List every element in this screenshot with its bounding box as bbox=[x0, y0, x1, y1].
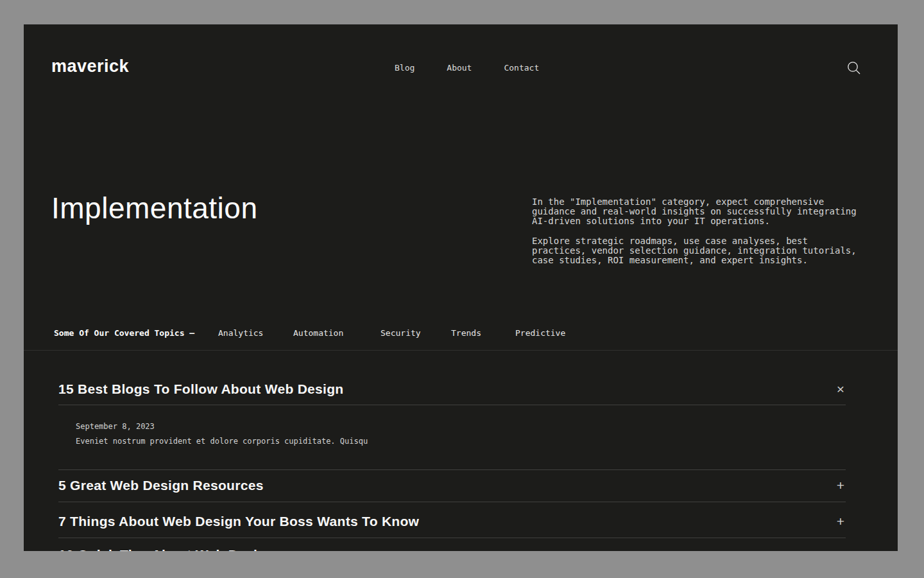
divider bbox=[58, 538, 846, 538]
post-title[interactable]: 7 Things About Web Design Your Boss Want… bbox=[58, 514, 419, 529]
nav-item-blog[interactable]: Blog bbox=[395, 63, 415, 73]
category-description-paragraph: Explore strategic roadmaps, use case ana… bbox=[532, 236, 866, 266]
nav-item-contact[interactable]: Contact bbox=[504, 63, 539, 73]
covered-topics-bar: Some Of Our Covered Topics – Analytics A… bbox=[24, 328, 898, 342]
accordion-item-header[interactable]: 10 Quick Tips About Web Design + bbox=[58, 547, 846, 551]
close-icon[interactable]: × bbox=[837, 383, 846, 396]
plus-icon[interactable]: + bbox=[837, 548, 846, 551]
accordion-item-header[interactable]: 7 Things About Web Design Your Boss Want… bbox=[58, 513, 846, 530]
topic-security[interactable]: Security bbox=[381, 328, 421, 338]
topic-predictive[interactable]: Predictive bbox=[515, 328, 565, 338]
post-title[interactable]: 15 Best Blogs To Follow About Web Design bbox=[58, 381, 343, 397]
topic-analytics[interactable]: Analytics bbox=[218, 328, 263, 338]
topic-automation[interactable]: Automation bbox=[293, 328, 343, 338]
main-nav: Blog About Contact bbox=[395, 63, 539, 73]
search-icon[interactable] bbox=[846, 60, 862, 76]
post-date: September 8, 2023 bbox=[76, 422, 155, 431]
plus-icon[interactable]: + bbox=[837, 479, 846, 492]
accordion-item-header[interactable]: 5 Great Web Design Resources + bbox=[58, 477, 846, 494]
brand-logo[interactable]: maverick bbox=[51, 57, 129, 76]
topic-trends[interactable]: Trends bbox=[451, 328, 481, 338]
nav-item-about[interactable]: About bbox=[447, 63, 472, 73]
post-excerpt: Eveniet nostrum provident et dolore corp… bbox=[76, 437, 368, 446]
divider bbox=[58, 502, 846, 502]
post-title[interactable]: 10 Quick Tips About Web Design bbox=[58, 547, 275, 551]
divider bbox=[58, 405, 846, 405]
category-description: In the "Implementation" category, expect… bbox=[532, 197, 866, 265]
category-description-paragraph: In the "Implementation" category, expect… bbox=[532, 197, 866, 227]
section-divider bbox=[24, 350, 898, 351]
plus-icon[interactable]: + bbox=[837, 515, 846, 528]
post-title[interactable]: 5 Great Web Design Resources bbox=[58, 478, 264, 493]
divider bbox=[58, 469, 846, 470]
page-canvas: maverick Blog About Contact Implementati… bbox=[24, 24, 898, 551]
accordion-item-header[interactable]: 15 Best Blogs To Follow About Web Design… bbox=[58, 381, 846, 398]
topics-label: Some Of Our Covered Topics – bbox=[54, 328, 194, 338]
page-title: Implementation bbox=[51, 191, 258, 225]
